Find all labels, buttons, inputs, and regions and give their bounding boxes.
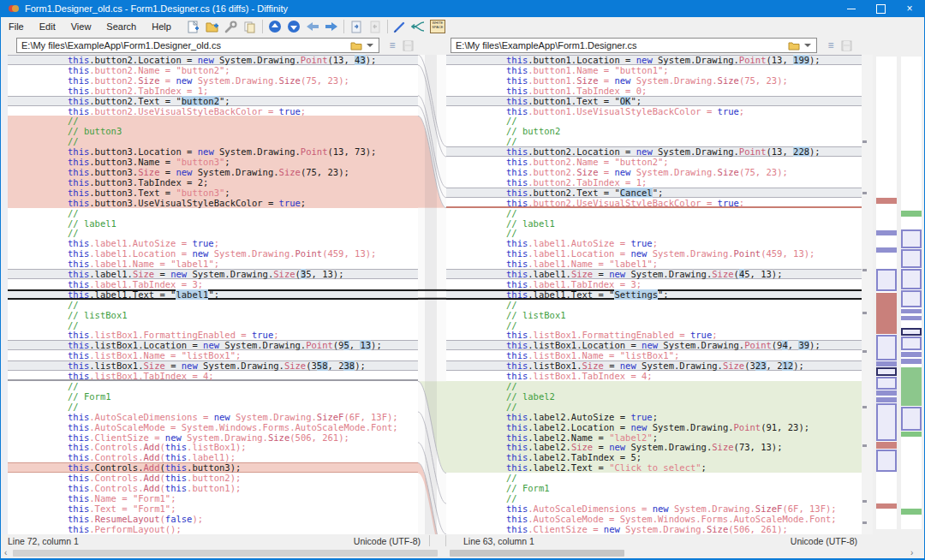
diff-map-segment[interactable]	[901, 509, 922, 515]
code-line: this.Controls.Add(this.button2);	[8, 473, 418, 483]
code-line: this.button2.Text = "Cancel";	[446, 188, 862, 198]
diff-map-segment[interactable]	[876, 403, 897, 441]
diff-map-segment[interactable]	[901, 352, 922, 357]
scrollbar-diff-tick	[862, 350, 867, 353]
minimize-button[interactable]	[837, 0, 866, 17]
menu-file[interactable]: File	[1, 19, 32, 34]
navigate-left-button[interactable]	[303, 18, 322, 35]
code-line: this.button3.UseVisualStyleBackColor = t…	[8, 198, 418, 208]
right-hscroll-right-arrow-icon[interactable]: ›	[910, 548, 913, 557]
code-line: this.button3.TabIndex = 2;	[8, 177, 418, 188]
close-button[interactable]: ×	[895, 0, 924, 17]
menu-edit[interactable]: Edit	[32, 19, 63, 34]
diff-map-segment[interactable]	[901, 211, 922, 217]
code-line: //	[446, 136, 862, 146]
left-line-list-icon[interactable]: ≡	[385, 39, 400, 52]
open-files-button[interactable]	[203, 18, 222, 35]
maximize-button[interactable]	[866, 0, 895, 17]
code-line: //	[446, 402, 862, 412]
code-line: this.listBox1.Size = new System.Drawing.…	[8, 360, 418, 371]
diff-map-segment[interactable]	[876, 269, 897, 291]
copy-icon[interactable]	[241, 18, 260, 35]
code-line: this.button1.Text = "OK";	[446, 96, 862, 106]
code-line: this.label2.Location = new System.Drawin…	[446, 422, 862, 432]
diffinity-app-icon	[8, 3, 20, 14]
code-line: this.button2.Location = new System.Drawi…	[446, 146, 862, 157]
diff-map-segment[interactable]	[901, 359, 922, 364]
diff-map-segment[interactable]	[876, 442, 897, 449]
diff-map-segment[interactable]	[901, 407, 922, 431]
left-pane[interactable]: this.button2.Location = new System.Drawi…	[8, 55, 418, 534]
window-title: Form1.Designer_old.cs - Form1.Designer.c…	[25, 3, 288, 14]
code-line: this.listBox1.Location = new System.Draw…	[446, 340, 862, 350]
diff-map-segment[interactable]	[876, 247, 897, 253]
code-line: //	[8, 208, 418, 218]
code-line: this.label2.Size = new System.Drawing.Si…	[446, 442, 862, 452]
diff-gutter	[418, 55, 446, 534]
left-save-icon[interactable]	[400, 39, 415, 52]
diff-map-segment[interactable]	[901, 269, 922, 289]
diff-map-segment[interactable]	[876, 450, 897, 472]
code-line: //	[8, 116, 418, 126]
right-encoding: Unicode (UTF-8)	[791, 536, 857, 546]
navigate-right-button[interactable]	[322, 18, 341, 35]
right-file-path-input[interactable]	[451, 38, 817, 53]
settings-wrench-icon[interactable]	[222, 18, 241, 35]
diff-map-segment[interactable]	[876, 230, 897, 235]
left-folder-icon[interactable]	[350, 41, 362, 51]
diff-map-segment[interactable]	[876, 198, 897, 204]
diff-map-segment[interactable]	[901, 328, 922, 336]
right-pane[interactable]: this.button1.Location = new System.Drawi…	[446, 55, 862, 534]
right-line-list-icon[interactable]: ≡	[823, 39, 838, 52]
code-line: this.ClientSize = new System.Drawing.Siz…	[446, 524, 862, 534]
left-hscroll-thumb[interactable]	[13, 550, 438, 557]
diff-map-segment[interactable]	[876, 367, 897, 376]
code-line: //	[8, 402, 418, 412]
diff-map-segment[interactable]	[876, 293, 897, 334]
next-diff-button[interactable]	[284, 18, 303, 35]
merge-view-icon[interactable]	[409, 18, 428, 35]
code-line: //	[446, 208, 862, 218]
copy-file-to-left-button[interactable]	[366, 18, 385, 35]
code-line: this.AutoScaleMode = System.Windows.Form…	[446, 514, 862, 524]
copy-file-to-right-button[interactable]	[347, 18, 366, 35]
diff-map-right[interactable]	[901, 57, 922, 529]
code-line: // label2	[446, 391, 862, 402]
menu-help[interactable]: Help	[144, 19, 179, 34]
code-line: this.label2.TabIndex = 5;	[446, 452, 862, 462]
whitespace-toggle-button[interactable]: WHITE SPACE	[428, 18, 447, 35]
diff-map-segment[interactable]	[876, 390, 897, 396]
right-path-dropdown-icon[interactable]	[804, 44, 811, 47]
diff-map-segment[interactable]	[901, 249, 922, 268]
diff-map-segment[interactable]	[901, 337, 922, 350]
menu-view[interactable]: View	[63, 19, 99, 34]
menu-search[interactable]: Search	[98, 19, 144, 34]
previous-diff-button[interactable]	[266, 18, 284, 35]
code-line: //	[8, 320, 418, 331]
diff-map-segment[interactable]	[901, 367, 922, 406]
left-path-dropdown-icon[interactable]	[367, 44, 373, 47]
diff-map-segment[interactable]	[876, 335, 897, 360]
left-hscroll-left-arrow-icon[interactable]: ‹	[4, 548, 7, 557]
right-hscroll-thumb[interactable]	[450, 550, 624, 557]
scrollbar-diff-tick	[862, 312, 867, 314]
diff-map-segment[interactable]	[876, 377, 897, 390]
diff-map-segment[interactable]	[876, 503, 897, 509]
left-caret-position: Line 72, column 1	[8, 536, 79, 546]
diff-map-segment[interactable]	[901, 316, 922, 320]
left-file-path-input[interactable]	[16, 38, 379, 53]
diff-map-segment[interactable]	[901, 432, 922, 437]
edit-mode-pencil-icon[interactable]	[391, 18, 409, 35]
right-folder-icon[interactable]	[788, 41, 800, 51]
diff-map-segment[interactable]	[876, 361, 897, 366]
diff-map-segment[interactable]	[901, 229, 922, 248]
vertical-scrollbar[interactable]	[862, 55, 873, 534]
code-line: this.button2.Text = "button2";	[8, 96, 418, 106]
code-line: this.listBox1.TabIndex = 4;	[8, 371, 418, 381]
diff-map-segment[interactable]	[876, 397, 897, 402]
diff-map-segment[interactable]	[901, 290, 922, 307]
diff-map-left[interactable]	[876, 57, 897, 529]
right-save-icon[interactable]	[838, 39, 854, 52]
new-compare-button[interactable]	[184, 18, 203, 35]
diff-map-segment[interactable]	[901, 309, 922, 313]
